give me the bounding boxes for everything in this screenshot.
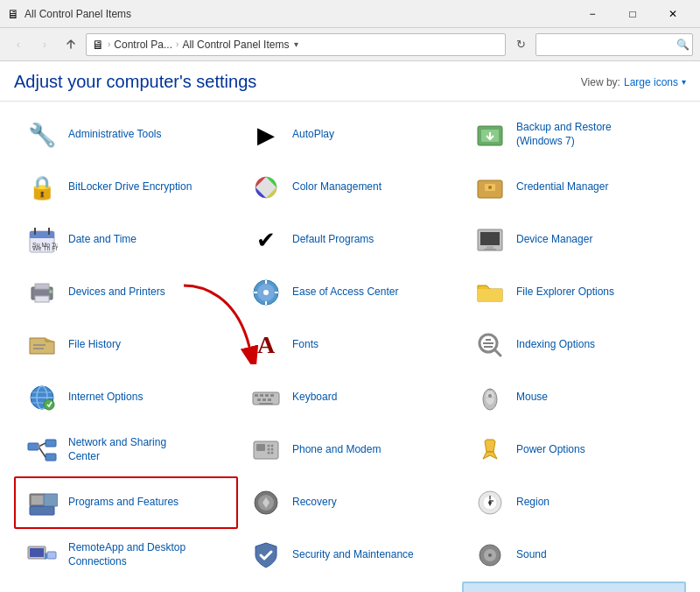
- items-grid: 🔧Administrative Tools▶AutoPlayBackup and…: [14, 109, 686, 592]
- svg-point-80: [488, 553, 492, 557]
- control-panel-item-security-maintenance[interactable]: Security and Maintenance: [238, 529, 462, 581]
- search-button[interactable]: 🔍: [676, 39, 690, 51]
- region-label: Region: [516, 496, 550, 510]
- svg-point-36: [44, 399, 54, 410]
- header-strip: Adjust your computer's settings View by:…: [0, 61, 700, 102]
- view-by-value[interactable]: Large icons: [624, 76, 678, 88]
- title-bar-controls: − □ ✕: [572, 0, 693, 28]
- keyboard-icon: [248, 380, 284, 415]
- control-panel-item-device-manager[interactable]: Device Manager: [462, 214, 686, 266]
- device-manager-icon: [472, 222, 508, 257]
- backup-restore-label: Backup and Restore (Windows 7): [516, 121, 612, 148]
- svg-rect-53: [46, 454, 56, 461]
- search-area: 🔍: [536, 33, 693, 56]
- main-content: Adjust your computer's settings View by:…: [0, 61, 700, 592]
- control-panel-item-credential-manager[interactable]: Credential Manager: [462, 161, 686, 214]
- minimize-button[interactable]: −: [572, 0, 612, 28]
- control-panel-item-date-time[interactable]: Su Mo TuWe Th FrDate and Time: [14, 214, 238, 266]
- color-management-label: Color Management: [292, 180, 382, 194]
- svg-rect-44: [268, 398, 271, 401]
- administrative-tools-icon: 🔧: [24, 117, 60, 152]
- close-button[interactable]: ✕: [653, 0, 693, 28]
- svg-rect-52: [46, 440, 56, 447]
- window-icon: 🖥: [7, 7, 19, 21]
- network-sharing-icon: [24, 433, 60, 468]
- svg-point-50: [488, 394, 492, 398]
- control-panel-item-internet-options[interactable]: Internet Options: [14, 371, 238, 424]
- bitlocker-icon: 🔒: [24, 170, 60, 205]
- control-panel-item-file-explorer-options[interactable]: File Explorer Options: [462, 266, 686, 319]
- svg-rect-45: [259, 403, 273, 405]
- devices-printers-label: Devices and Printers: [68, 285, 165, 300]
- breadcrumb-all-items[interactable]: All Control Panel Items: [182, 39, 289, 51]
- sound-label: Sound: [516, 548, 547, 562]
- refresh-button[interactable]: ↻: [509, 33, 532, 56]
- view-by-arrow: ▾: [682, 77, 686, 87]
- control-panel-item-remoteapp[interactable]: RemoteApp and Desktop Connections: [14, 529, 238, 581]
- control-panel-item-default-programs[interactable]: ✔Default Programs: [238, 214, 462, 266]
- svg-point-60: [271, 445, 274, 448]
- breadcrumb-icon: 🖥: [92, 38, 104, 52]
- control-panel-item-color-management[interactable]: Color Management: [238, 161, 462, 214]
- title-bar: 🖥 All Control Panel Items − □ ✕: [0, 0, 700, 28]
- indexing-options-icon: [472, 328, 508, 363]
- administrative-tools-label: Administrative Tools: [68, 128, 162, 142]
- control-panel-item-indexing-options[interactable]: Indexing Options: [462, 319, 686, 371]
- control-panel-item-storage-spaces[interactable]: Storage Spaces: [238, 581, 462, 592]
- forward-button[interactable]: ›: [33, 33, 56, 56]
- control-panel-item-region[interactable]: Region: [462, 476, 686, 529]
- svg-rect-40: [265, 394, 269, 397]
- credential-manager-icon: [472, 170, 508, 205]
- svg-rect-19: [35, 296, 49, 302]
- svg-rect-67: [30, 506, 54, 515]
- default-programs-label: Default Programs: [292, 233, 374, 247]
- power-options-label: Power Options: [516, 443, 585, 457]
- control-panel-item-programs-features[interactable]: Programs and Features: [14, 476, 238, 529]
- restore-button[interactable]: □: [612, 0, 653, 28]
- control-panel-item-ease-of-access[interactable]: Ease of Access Center: [238, 266, 462, 319]
- svg-text:We Th Fr: We Th Fr: [32, 245, 58, 251]
- control-panel-item-devices-printers[interactable]: Devices and Printers: [14, 266, 238, 319]
- items-area: 🔧Administrative Tools▶AutoPlayBackup and…: [0, 102, 700, 592]
- file-explorer-options-label: File Explorer Options: [516, 285, 614, 300]
- control-panel-item-network-sharing[interactable]: Network and Sharing Center: [14, 424, 238, 476]
- svg-rect-15: [486, 246, 494, 249]
- content-wrapper: Adjust your computer's settings View by:…: [0, 61, 700, 592]
- control-panel-item-administrative-tools[interactable]: 🔧Administrative Tools: [14, 109, 238, 161]
- page-title: Adjust your computer's settings: [14, 72, 256, 92]
- control-panel-item-file-history[interactable]: File History: [14, 319, 238, 371]
- back-button[interactable]: ‹: [7, 33, 30, 56]
- bitlocker-label: BitLocker Drive Encryption: [68, 180, 192, 194]
- control-panel-item-speech-recognition[interactable]: Speech Recognition: [14, 581, 238, 592]
- control-panel-item-fonts[interactable]: AFonts: [238, 319, 462, 371]
- backup-restore-icon: [472, 117, 508, 152]
- control-panel-item-power-options[interactable]: Power Options: [462, 424, 686, 476]
- default-programs-icon: ✔: [248, 222, 284, 257]
- sound-icon: [472, 538, 508, 573]
- address-dropdown-button[interactable]: ▾: [294, 39, 298, 49]
- control-panel-item-phone-modem[interactable]: Phone and Modem: [238, 424, 462, 476]
- svg-line-55: [38, 447, 46, 457]
- control-panel-item-autoplay[interactable]: ▶AutoPlay: [238, 109, 462, 161]
- svg-point-56: [37, 445, 40, 448]
- phone-modem-icon: [248, 433, 284, 468]
- svg-rect-14: [480, 232, 500, 245]
- control-panel-item-bitlocker[interactable]: 🔒BitLocker Drive Encryption: [14, 161, 238, 214]
- svg-point-23: [263, 290, 269, 295]
- date-time-label: Date and Time: [68, 233, 136, 247]
- control-panel-item-mouse[interactable]: Mouse: [462, 371, 686, 424]
- control-panel-item-sound[interactable]: Sound: [462, 529, 686, 581]
- breadcrumb-control-panel[interactable]: Control Pa...: [114, 39, 172, 51]
- up-button[interactable]: [60, 33, 82, 56]
- file-history-icon: [24, 328, 60, 363]
- fonts-label: Fonts: [292, 338, 318, 352]
- control-panel-item-keyboard[interactable]: Keyboard: [238, 371, 462, 424]
- control-panel-item-recovery[interactable]: Recovery: [238, 476, 462, 529]
- control-panel-item-backup-restore[interactable]: Backup and Restore (Windows 7): [462, 109, 686, 161]
- control-panel-item-sync-center[interactable]: Sync Center: [462, 581, 686, 592]
- search-input[interactable]: [536, 33, 693, 56]
- internet-options-label: Internet Options: [68, 391, 143, 405]
- programs-features-icon: [24, 485, 60, 520]
- autoplay-icon: ▶: [248, 117, 284, 152]
- color-management-icon: [248, 170, 284, 205]
